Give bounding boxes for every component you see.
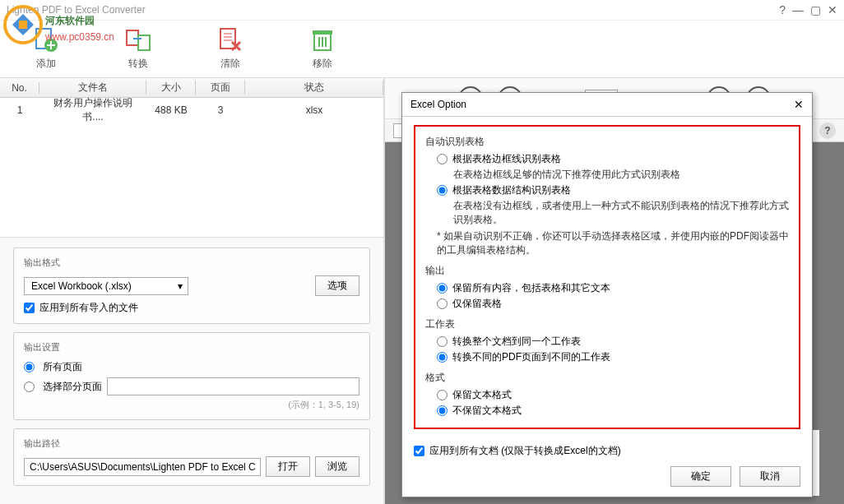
ok-button[interactable]: 确定 — [670, 466, 731, 487]
file-table: No. 文件名 大小 页面 状态 1 财务用户操作说明书.... 488 KB … — [0, 78, 383, 123]
open-button[interactable]: 打开 — [266, 456, 310, 477]
dialog-title: Excel Option — [410, 99, 466, 110]
keep-tables-radio[interactable] — [437, 298, 448, 309]
left-panel: No. 文件名 大小 页面 状态 1 财务用户操作说明书.... 488 KB … — [0, 78, 385, 504]
no-format-radio[interactable] — [437, 405, 448, 416]
svg-rect-12 — [313, 30, 332, 35]
clear-button[interactable]: 清除 — [201, 27, 260, 71]
col-name[interactable]: 文件名 — [39, 81, 146, 95]
svg-text:www.pc0359.cn: www.pc0359.cn — [44, 31, 114, 43]
table-row[interactable]: 1 财务用户操作说明书.... 488 KB 3 xlsx — [0, 98, 383, 123]
remove-button[interactable]: 移除 — [293, 27, 352, 71]
page-range-input[interactable] — [107, 377, 359, 395]
help-icon[interactable]: ? — [779, 3, 786, 16]
single-sheet-radio[interactable] — [437, 336, 448, 347]
svg-rect-1 — [19, 21, 27, 29]
select-pages-radio[interactable] — [24, 381, 35, 392]
col-page[interactable]: 页面 — [196, 81, 245, 95]
window-controls: ? — ▢ ✕ — [779, 3, 837, 16]
output-format-fieldset: 输出格式 Excel Workbook (.xlsx) 选项 应用到所有导入的文… — [13, 247, 370, 324]
col-no[interactable]: No. — [0, 82, 39, 94]
help-icon[interactable]: ? — [819, 123, 836, 139]
watermark-logo: 河东软件园 www.pc0359.cn — [2, 4, 167, 52]
maximize-icon[interactable]: ▢ — [810, 3, 821, 16]
svg-text:河东软件园: 河东软件园 — [44, 15, 95, 26]
col-size[interactable]: 大小 — [146, 81, 196, 95]
section-format: 格式 — [425, 371, 789, 385]
output-path-fieldset: 输出路径 打开 浏览 — [13, 428, 370, 486]
section-output: 输出 — [425, 264, 789, 278]
keep-all-radio[interactable] — [437, 283, 448, 294]
multi-sheet-radio[interactable] — [437, 352, 448, 363]
excel-option-dialog: Excel Option ✕ 自动识别表格 根据表格边框线识别表格 在表格边框线… — [401, 92, 813, 497]
dialog-titlebar: Excel Option ✕ — [402, 93, 812, 117]
options-button[interactable]: 选项 — [315, 275, 359, 296]
table-header: No. 文件名 大小 页面 状态 — [0, 78, 383, 98]
output-settings-fieldset: 输出设置 所有页面 选择部分页面 (示例：1, 3-5, 19) — [13, 332, 370, 420]
detect-border-radio[interactable] — [437, 154, 448, 164]
dialog-close-button[interactable]: ✕ — [794, 98, 804, 111]
svg-rect-8 — [220, 29, 235, 49]
section-auto-detect: 自动识别表格 — [425, 135, 789, 149]
minimize-icon[interactable]: — — [792, 3, 804, 16]
output-path-input[interactable] — [24, 458, 261, 476]
page-example: (示例：1, 3-5, 19) — [24, 399, 359, 411]
close-icon[interactable]: ✕ — [828, 3, 837, 16]
section-worksheet: 工作表 — [425, 317, 789, 331]
browse-button[interactable]: 浏览 — [315, 456, 359, 477]
format-dropdown[interactable]: Excel Workbook (.xlsx) — [24, 277, 188, 295]
options-highlight-box: 自动识别表格 根据表格边框线识别表格 在表格边框线足够的情况下推荐使用此方式识别… — [414, 125, 800, 429]
cancel-button[interactable]: 取消 — [740, 466, 800, 487]
col-status[interactable]: 状态 — [245, 81, 383, 95]
keep-format-radio[interactable] — [437, 390, 448, 400]
detect-structure-radio[interactable] — [437, 185, 448, 196]
all-pages-radio[interactable] — [24, 362, 35, 372]
apply-all-files-checkbox[interactable] — [24, 303, 35, 313]
settings-panel: 输出格式 Excel Workbook (.xlsx) 选项 应用到所有导入的文… — [0, 237, 383, 504]
apply-all-docs-checkbox[interactable] — [414, 446, 424, 456]
